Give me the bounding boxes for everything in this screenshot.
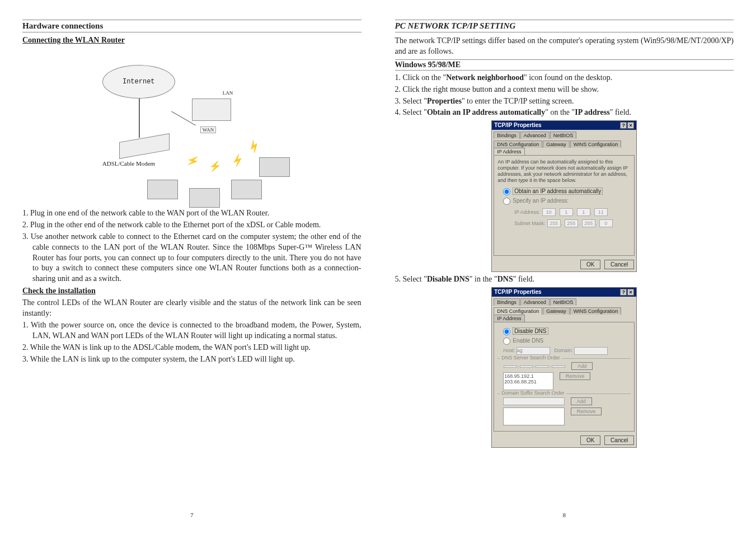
suffix-field	[503, 397, 565, 405]
host-domain-row: Host: ag Domain:	[503, 347, 631, 355]
page-right: PC NETWORK TCP/IP SETTING The network TC…	[378, 11, 751, 523]
bolt-icon: ⚡	[229, 153, 245, 168]
ip-address-row: IP Address: 10. 1. 1. 11	[514, 208, 631, 216]
cancel-button[interactable]: Cancel	[604, 435, 634, 445]
tab-wins-configuration[interactable]: WINS Configuration	[570, 307, 622, 315]
tab-wins-configuration[interactable]: WINS Configuration	[570, 140, 622, 148]
lan-label: LAN	[223, 90, 233, 96]
tab-dns-configuration[interactable]: DNS Configuration	[494, 307, 542, 315]
tab-advanced[interactable]: Advanced	[520, 298, 550, 306]
win-steps-list-cont: 5. Select "Disable DNS" in the "DNS" fie…	[395, 274, 734, 285]
ok-button[interactable]: OK	[580, 260, 600, 269]
radio-enable-dns[interactable]: Enable DNS	[503, 338, 631, 345]
help-icon[interactable]: ?	[620, 289, 627, 296]
bolt-icon: ⚡	[185, 153, 200, 168]
ip-octet: 1	[577, 208, 590, 216]
tcpip-properties-dialog-ip: TCP/IP Properties ?× Bindings Advanced N…	[491, 120, 637, 272]
close-icon[interactable]: ×	[627, 122, 634, 129]
check-steps-list: 1. With the power source on, once the de…	[22, 320, 361, 365]
group-label: DNS Server Search Order	[500, 355, 562, 360]
tab-ip-address[interactable]: IP Address	[494, 148, 524, 155]
subtitle-win9598: Windows 95/98/ME	[395, 59, 734, 71]
subtitle-check: Check the installation	[22, 287, 361, 296]
subnet-mask-row: Subnet Mask: 255. 255. 255. 0	[514, 219, 631, 227]
laptop-icon	[259, 157, 290, 177]
tab-advanced[interactable]: Advanced	[520, 132, 550, 139]
tab-gateway[interactable]: Gateway	[543, 307, 570, 315]
list-item: 3. Use another network cable to connect …	[22, 232, 361, 284]
list-item: 2. Plug in the other end of the network …	[22, 220, 361, 231]
close-icon[interactable]: ×	[627, 289, 634, 296]
wan-label: WAN	[200, 127, 217, 133]
internet-cloud-icon: Internet	[102, 65, 175, 99]
section-title-tcpip: PC NETWORK TCP/IP SETTING	[395, 20, 734, 32]
list-item: 1. With the power source on, once the de…	[22, 320, 361, 341]
dialog-title-text: TCP/IP Properties	[494, 122, 541, 129]
add-button[interactable]: Add	[571, 397, 592, 405]
section-title-hardware: Hardware connections	[22, 20, 361, 32]
tab-netbios[interactable]: NetBIOS	[550, 298, 577, 306]
list-item: 3. Select "Properties" to enter the TCP/…	[395, 96, 734, 107]
intro-paragraph: The network TCP/IP settings differ based…	[395, 36, 734, 57]
network-diagram: Internet ADSL/Cable Modem LAN WAN ⚡ ⚡ ⚡ …	[22, 48, 361, 205]
mask-octet: 0	[599, 219, 613, 227]
tab-netbios[interactable]: NetBIOS	[550, 132, 577, 139]
bolt-icon: ⚡	[209, 160, 221, 172]
connect-steps-list: 1. Plug in one end of the network cable …	[22, 208, 361, 284]
dialog-info-text: An IP address can be automatically assig…	[497, 159, 631, 183]
suffix-list	[503, 407, 565, 425]
list-item: 2. While the WAN is link up to the ADSL/…	[22, 343, 361, 353]
tab-gateway[interactable]: Gateway	[543, 140, 570, 148]
dns-server-list: 168.95.192.1203.66.88.251	[503, 372, 553, 390]
page-left: Hardware connections Connecting the WLAN…	[6, 11, 378, 523]
tab-dns-configuration[interactable]: DNS Configuration	[494, 140, 542, 148]
win-steps-list: 1. Click on the "Network neighborhood" i…	[395, 73, 734, 119]
domain-field	[574, 347, 608, 355]
group-label: Domain Suffix Search Order	[500, 390, 566, 396]
dialog-title-text: TCP/IP Properties	[494, 289, 541, 296]
tab-ip-address[interactable]: IP Address	[494, 315, 524, 322]
list-item: 4. Select "Obtain an IP address automati…	[395, 107, 734, 118]
subtitle-connecting: Connecting the WLAN Router	[22, 36, 361, 45]
tab-bindings[interactable]: Bindings	[494, 298, 520, 306]
ip-octet: 1	[560, 208, 573, 216]
modem-icon	[119, 133, 170, 159]
list-item: 1. Plug in one end of the network cable …	[22, 208, 361, 219]
mask-octet: 255	[582, 219, 595, 227]
router-icon	[192, 99, 231, 121]
list-item: 1. Click on the "Network neighborhood" i…	[395, 73, 734, 83]
ok-button[interactable]: OK	[580, 435, 600, 445]
dialog-titlebar: TCP/IP Properties ?×	[492, 288, 636, 297]
mask-octet: 255	[547, 219, 561, 227]
check-intro-paragraph: The control LEDs of the WLAN Router are …	[22, 298, 361, 319]
host-field: ag	[516, 347, 550, 355]
list-item: 3. While the LAN is link up to the compu…	[22, 354, 361, 365]
remove-button[interactable]: Remove	[571, 407, 602, 415]
tcpip-properties-dialog-dns: TCP/IP Properties ?× Bindings Advanced N…	[491, 287, 637, 448]
laptop-icon	[231, 180, 262, 199]
tab-bindings[interactable]: Bindings	[494, 132, 520, 139]
ip-octet: 10	[542, 208, 556, 216]
modem-label: ADSL/Cable Modem	[102, 160, 155, 167]
mask-octet: 255	[565, 219, 578, 227]
remove-button[interactable]: Remove	[560, 372, 591, 380]
list-item: 2. Click the right mouse button and a co…	[395, 85, 734, 95]
list-item: 5. Select "Disable DNS" in the "DNS" fie…	[395, 274, 734, 285]
help-icon[interactable]: ?	[620, 122, 627, 129]
cancel-button[interactable]: Cancel	[604, 260, 634, 269]
bolt-icon: ⚡	[245, 138, 262, 156]
page-number: 7	[190, 512, 194, 518]
radio-specify-ip[interactable]: Specify an IP address:	[503, 198, 631, 205]
laptop-icon	[147, 180, 178, 199]
add-button[interactable]: Add	[571, 362, 593, 370]
radio-disable-dns[interactable]: Disable DNS	[503, 328, 631, 335]
ip-octet: 11	[594, 208, 608, 216]
page-number: 8	[563, 512, 566, 518]
dialog-titlebar: TCP/IP Properties ?×	[492, 121, 636, 130]
radio-obtain-auto[interactable]: Obtain an IP address automatically	[503, 188, 631, 195]
laptop-icon	[189, 188, 220, 208]
